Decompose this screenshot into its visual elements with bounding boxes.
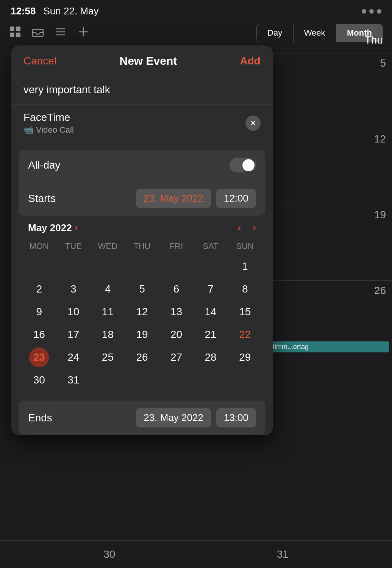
- modal-title: New Event: [120, 55, 177, 67]
- month-nav-arrows: ‹ ›: [237, 222, 256, 234]
- cal-cell-26: 26 sti Himmelfa... Himm...ertag: [263, 280, 392, 356]
- weekday-thu: THU: [125, 239, 159, 253]
- toolbar-left: [9, 26, 89, 41]
- starts-time-button[interactable]: 12:00: [216, 189, 256, 208]
- ends-time-button[interactable]: 13:00: [216, 408, 256, 427]
- bottom-num-30: 30: [103, 548, 115, 560]
- day-26[interactable]: 26: [132, 347, 152, 367]
- day-24[interactable]: 24: [64, 347, 83, 367]
- day-31[interactable]: 31: [64, 370, 83, 390]
- modal-header: Cancel New Event Add: [11, 45, 273, 75]
- grid-icon[interactable]: [9, 26, 21, 41]
- starts-label: Starts: [28, 192, 73, 205]
- day-15[interactable]: 15: [235, 302, 255, 322]
- list-icon[interactable]: [55, 26, 67, 41]
- day-20[interactable]: 20: [167, 325, 186, 344]
- status-time: 12:58: [11, 5, 36, 17]
- day-19[interactable]: 19: [132, 325, 152, 344]
- day-23[interactable]: 23: [29, 347, 49, 367]
- starts-row: Starts 23. May 2022 12:00: [19, 181, 265, 216]
- status-date: Sun 22. May: [44, 5, 99, 17]
- day-empty-4: [132, 257, 152, 276]
- month-nav: May 2022 › ‹ ›: [22, 216, 262, 238]
- allday-label: All-day: [28, 159, 61, 171]
- weekday-fri: FRI: [159, 239, 194, 253]
- add-button[interactable]: Add: [240, 55, 261, 67]
- ends-date-button[interactable]: 23. May 2022: [136, 408, 211, 427]
- ends-section: Ends 23. May 2022 13:00: [19, 401, 265, 435]
- day-1[interactable]: 1: [235, 257, 255, 276]
- weekday-mon: MON: [22, 239, 56, 253]
- svg-rect-2: [10, 33, 14, 37]
- day-25[interactable]: 25: [98, 347, 117, 367]
- weekday-tue: TUE: [56, 239, 91, 253]
- allday-starts-section: All-day Starts 23. May 2022 12:00: [19, 150, 265, 216]
- day-2[interactable]: 2: [29, 279, 49, 299]
- remove-facetime-button[interactable]: ✕: [245, 116, 261, 131]
- day-11[interactable]: 11: [98, 302, 117, 322]
- next-month-button[interactable]: ›: [253, 222, 256, 234]
- day-10[interactable]: 10: [64, 302, 83, 322]
- day-empty-2: [64, 257, 83, 276]
- cal-cell-5: 5: [263, 53, 392, 129]
- weekday-wed: WED: [91, 239, 125, 253]
- day-7[interactable]: 7: [201, 279, 220, 299]
- starts-date-button[interactable]: 23. May 2022: [136, 189, 211, 208]
- calendar-bg-grid: 5 12 19 26 sti Himmelfa... Himm...ertag: [263, 53, 392, 356]
- inbox-icon[interactable]: [32, 26, 44, 41]
- day-17[interactable]: 17: [64, 325, 83, 344]
- cal-cell-12: 12: [263, 129, 392, 205]
- day-27[interactable]: 27: [167, 347, 186, 367]
- day-9[interactable]: 9: [29, 302, 49, 322]
- toggle-knob: [242, 159, 255, 171]
- day-4[interactable]: 4: [98, 279, 117, 299]
- event-title[interactable]: very important talk: [11, 75, 273, 105]
- facetime-title: FaceTime: [23, 111, 74, 124]
- cancel-button[interactable]: Cancel: [23, 55, 56, 67]
- day-18[interactable]: 18: [98, 325, 117, 344]
- month-title: May 2022 ›: [28, 222, 78, 234]
- weekday-sat: SAT: [194, 239, 228, 253]
- bottom-numbers: 30 31: [0, 540, 392, 560]
- day-6[interactable]: 6: [167, 279, 186, 299]
- ends-label: Ends: [28, 412, 73, 424]
- day-empty-6: [201, 257, 220, 276]
- day-14[interactable]: 14: [201, 302, 220, 322]
- day-empty-1: [29, 257, 49, 276]
- facetime-info: FaceTime 📹 Video Call: [23, 111, 74, 135]
- days-grid: 1 2 3 4 5 6 7 8 9 10 11 12 13 14 15 16 1…: [22, 255, 262, 391]
- prev-month-button[interactable]: ‹: [237, 222, 241, 234]
- facetime-row: FaceTime 📹 Video Call ✕: [11, 105, 273, 142]
- video-icon: 📹: [23, 125, 34, 135]
- day-12[interactable]: 12: [132, 302, 152, 322]
- allday-row: All-day: [19, 150, 265, 181]
- day-empty-5: [167, 257, 186, 276]
- svg-rect-1: [16, 27, 20, 31]
- day-empty-3: [98, 257, 117, 276]
- day-13[interactable]: 13: [167, 302, 186, 322]
- plus-icon[interactable]: [77, 26, 89, 41]
- allday-toggle[interactable]: [230, 158, 256, 172]
- facetime-subtitle: 📹 Video Call: [23, 125, 74, 135]
- day-21[interactable]: 21: [201, 325, 220, 344]
- cal-cell-19: 19: [263, 205, 392, 280]
- weekday-sun: SUN: [228, 239, 262, 253]
- svg-rect-0: [10, 27, 14, 31]
- day-22[interactable]: 22: [235, 325, 255, 344]
- day-16[interactable]: 16: [29, 325, 49, 344]
- new-event-modal: Cancel New Event Add very important talk…: [11, 45, 273, 435]
- weekdays-row: MON TUE WED THU FRI SAT SUN: [22, 238, 262, 255]
- day-3[interactable]: 3: [64, 279, 83, 299]
- day-5[interactable]: 5: [132, 279, 152, 299]
- svg-rect-3: [16, 33, 20, 37]
- calendar-col-header: Thu: [263, 0, 392, 50]
- day-30[interactable]: 30: [29, 370, 49, 390]
- month-picker: May 2022 › ‹ › MON TUE WED THU FRI SAT S…: [19, 216, 265, 397]
- month-title-chevron[interactable]: ›: [75, 223, 78, 233]
- event-himm-ertag: Himm...ertag: [267, 341, 389, 352]
- day-8[interactable]: 8: [235, 279, 255, 299]
- bottom-num-31: 31: [277, 548, 289, 560]
- day-29[interactable]: 29: [235, 347, 255, 367]
- day-28[interactable]: 28: [201, 347, 220, 367]
